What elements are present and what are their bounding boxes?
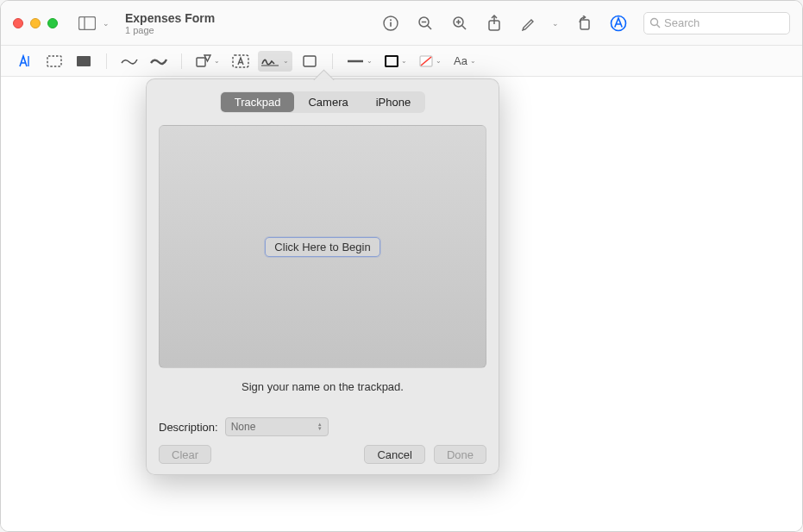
signature-pad[interactable]: Click Here to Begin [159, 125, 486, 368]
highlight-button[interactable] [519, 14, 538, 33]
description-label: Description: [159, 421, 218, 434]
markup-toggle-button[interactable] [609, 14, 628, 33]
text-box-button[interactable] [229, 51, 253, 72]
zoom-out-button[interactable] [416, 14, 435, 33]
text-tool-button[interactable] [13, 51, 37, 72]
shape-style-button[interactable]: ⌄ [343, 51, 376, 72]
cancel-button[interactable]: Cancel [364, 445, 424, 464]
svg-rect-14 [580, 20, 589, 29]
search-icon [649, 17, 661, 28]
chevron-down-icon: ⌄ [367, 57, 373, 65]
description-row: Description: None ▲▼ [159, 417, 486, 436]
divider [106, 53, 107, 69]
toolbar-right: ⌄ Search [381, 12, 790, 34]
svg-rect-25 [304, 56, 316, 66]
svg-line-9 [462, 25, 466, 28]
svg-line-17 [657, 25, 661, 28]
sidebar-toggle-button[interactable] [77, 13, 97, 34]
tab-trackpad[interactable]: Trackpad [221, 92, 295, 112]
sidebar-menu-chevron-icon[interactable]: ⌄ [103, 19, 110, 28]
search-input[interactable]: Search [643, 12, 790, 34]
window-controls [13, 18, 58, 28]
minimize-window-button[interactable] [30, 18, 41, 28]
svg-point-16 [651, 19, 658, 26]
markup-toolbar: ⌄ ⌄ ⌄ ⌄ ⌄ Aa ⌄ [1, 46, 802, 77]
info-button[interactable] [381, 14, 400, 33]
divider [332, 53, 333, 69]
preview-window: ⌄ Expenses Form 1 page ⌄ [0, 0, 803, 532]
tab-iphone[interactable]: iPhone [362, 92, 424, 112]
rotate-button[interactable] [574, 14, 593, 33]
stepper-icon: ▲▼ [317, 422, 323, 431]
clear-button[interactable]: Clear [159, 445, 211, 464]
sketch-button[interactable] [117, 51, 141, 72]
font-style-button[interactable]: Aa ⌄ [450, 51, 480, 72]
svg-rect-4 [390, 22, 392, 27]
done-button[interactable]: Done [434, 445, 486, 464]
description-select[interactable]: None ▲▼ [225, 417, 329, 436]
title-block: Expenses Form 1 page [125, 11, 298, 35]
tab-camera[interactable]: Camera [294, 92, 361, 112]
draw-button[interactable] [147, 51, 171, 72]
popover-button-row: Clear Cancel Done [159, 445, 486, 464]
signature-source-tabs: Trackpad Camera iPhone [159, 91, 486, 113]
signature-instruction: Sign your name on the trackpad. [159, 380, 486, 393]
svg-rect-0 [79, 16, 96, 29]
chevron-down-icon: ⌄ [436, 57, 442, 65]
share-button[interactable] [485, 14, 504, 33]
note-button[interactable] [298, 51, 322, 72]
signature-popover: Trackpad Camera iPhone Click Here to Beg… [146, 78, 499, 475]
svg-rect-19 [47, 56, 61, 66]
svg-line-6 [428, 25, 431, 28]
fullscreen-window-button[interactable] [47, 18, 58, 28]
description-value: None [231, 421, 256, 433]
insta-alpha-button[interactable] [72, 51, 96, 72]
zoom-in-button[interactable] [450, 14, 469, 33]
close-window-button[interactable] [13, 18, 23, 28]
svg-point-3 [390, 19, 392, 21]
highlight-menu-chevron-icon[interactable]: ⌄ [552, 19, 559, 28]
shapes-button[interactable]: ⌄ [192, 51, 223, 72]
svg-rect-20 [77, 56, 91, 66]
divider [181, 53, 182, 69]
titlebar: ⌄ Expenses Form 1 page ⌄ [1, 1, 802, 46]
chevron-down-icon: ⌄ [283, 57, 289, 65]
search-placeholder: Search [664, 16, 699, 29]
svg-rect-21 [197, 58, 205, 66]
chevron-down-icon: ⌄ [470, 57, 476, 65]
signature-button[interactable]: ⌄ [258, 51, 292, 72]
fill-color-button[interactable]: ⌄ [416, 51, 445, 72]
page-count-label: 1 page [125, 25, 298, 35]
select-rect-button[interactable] [42, 51, 66, 72]
svg-rect-27 [386, 56, 398, 66]
chevron-down-icon: ⌄ [214, 57, 220, 65]
begin-signing-button[interactable]: Click Here to Begin [265, 237, 380, 257]
chevron-down-icon: ⌄ [401, 57, 407, 65]
document-title: Expenses Form [125, 11, 298, 25]
border-color-button[interactable]: ⌄ [381, 51, 411, 72]
